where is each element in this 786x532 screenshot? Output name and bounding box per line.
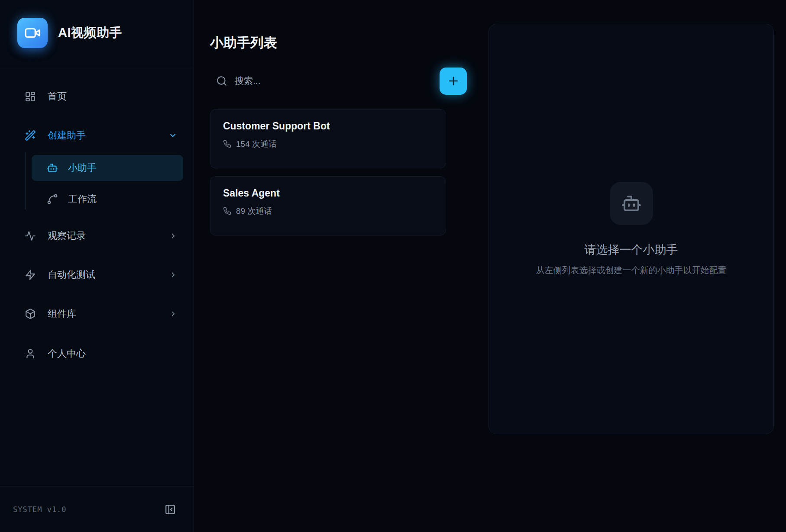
sidebar-item-label: 观察记录	[48, 229, 169, 242]
collapse-sidebar-button[interactable]	[165, 504, 176, 515]
sidebar-subitem-assistants[interactable]: 小助手	[32, 155, 183, 181]
workflow-icon	[47, 193, 58, 205]
dashboard-icon	[25, 91, 36, 102]
app-logo	[17, 18, 48, 48]
assistant-card[interactable]: Customer Support Bot 154 次通话	[210, 109, 446, 168]
bot-icon	[47, 162, 58, 174]
plus-icon	[447, 74, 460, 87]
sidebar-item-component-library[interactable]: 组件库	[10, 302, 183, 326]
call-count: 154 次通话	[236, 139, 277, 150]
assistant-list-panel: 小助手列表 Customer Support Bot	[194, 0, 467, 532]
page-title: 小助手列表	[210, 34, 467, 52]
assistant-meta: 154 次通话	[223, 139, 433, 150]
add-assistant-button[interactable]	[440, 68, 467, 95]
search-icon	[216, 75, 227, 87]
video-camera-icon	[24, 25, 41, 41]
sidebar-item-observation-logs[interactable]: 观察记录	[10, 224, 183, 248]
search-box	[210, 75, 432, 87]
bot-icon	[621, 193, 642, 214]
sidebar-item-automation-test[interactable]: 自动化测试	[10, 263, 183, 287]
sidebar-footer: SYSTEM v1.0	[0, 486, 194, 532]
assistant-card[interactable]: Sales Agent 89 次通话	[210, 176, 446, 235]
sidebar-subitem-label: 小助手	[68, 161, 97, 174]
chevron-down-icon	[168, 131, 177, 140]
sidebar-item-label: 创建助手	[48, 129, 168, 142]
box-icon	[25, 308, 36, 319]
empty-state-title: 请选择一个小助手	[585, 242, 678, 258]
sidebar-item-home[interactable]: 首页	[10, 84, 183, 109]
call-count: 89 次通话	[236, 206, 272, 217]
sidebar-item-label: 自动化测试	[48, 268, 169, 281]
main-area: 小助手列表 Customer Support Bot	[194, 0, 786, 532]
assistant-detail-panel: 请选择一个小助手 从左侧列表选择或创建一个新的小助手以开始配置	[488, 24, 774, 434]
magic-wand-icon	[25, 130, 36, 141]
sidebar: AI视频助手 首页 创建助手	[0, 0, 194, 532]
assistant-name: Customer Support Bot	[223, 120, 433, 132]
sidebar-item-create-assistant[interactable]: 创建助手	[10, 123, 183, 148]
logo-row: AI视频助手	[0, 0, 194, 66]
panel-collapse-icon	[165, 504, 176, 515]
chevron-right-icon	[169, 271, 177, 279]
phone-icon	[223, 207, 231, 215]
assistant-meta: 89 次通话	[223, 206, 433, 217]
sidebar-subitem-workflow[interactable]: 工作流	[32, 186, 183, 212]
activity-icon	[25, 230, 36, 242]
assistant-name: Sales Agent	[223, 187, 433, 199]
assistant-cards: Customer Support Bot 154 次通话 Sales Agent	[210, 109, 446, 235]
user-icon	[25, 348, 36, 359]
search-input[interactable]	[234, 75, 432, 87]
system-version-label: SYSTEM v1.0	[13, 505, 67, 514]
chevron-right-icon	[169, 232, 177, 240]
sidebar-item-profile[interactable]: 个人中心	[10, 342, 183, 366]
chevron-right-icon	[169, 310, 177, 318]
zap-icon	[25, 269, 36, 281]
sidebar-item-label: 个人中心	[48, 347, 177, 360]
sidebar-item-label: 组件库	[48, 307, 169, 320]
create-assistant-submenu: 小助手 工作流	[32, 155, 183, 212]
app-window: AI视频助手 首页 创建助手	[0, 0, 786, 532]
empty-state-icon-box	[610, 182, 653, 225]
phone-icon	[223, 140, 231, 148]
sidebar-nav: 首页 创建助手 小助手	[0, 66, 194, 486]
sidebar-subitem-label: 工作流	[68, 193, 97, 206]
empty-state-subtitle: 从左侧列表选择或创建一个新的小助手以开始配置	[536, 264, 727, 276]
sidebar-item-label: 首页	[48, 90, 177, 103]
app-title: AI视频助手	[58, 24, 122, 42]
empty-state: 请选择一个小助手 从左侧列表选择或创建一个新的小助手以开始配置	[536, 182, 727, 276]
search-row	[210, 68, 467, 95]
